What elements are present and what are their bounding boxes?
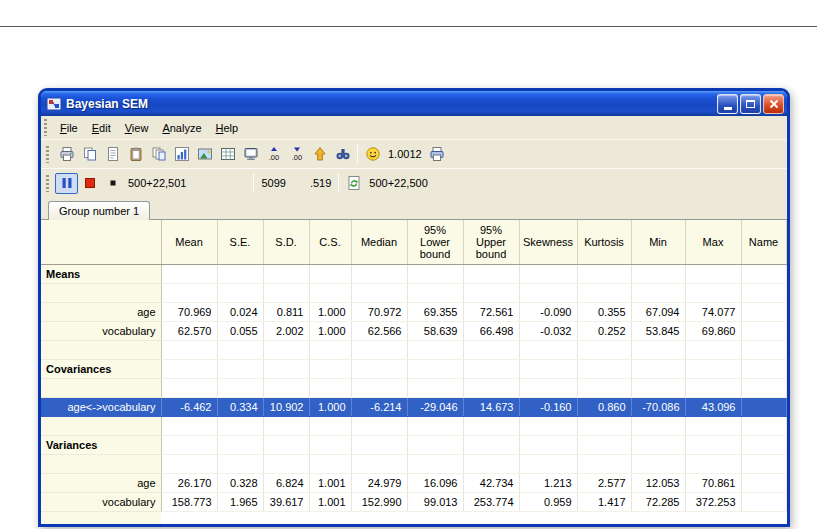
cell: 0.024 [217,302,263,321]
cell [407,416,463,435]
cell [631,340,685,359]
cell: 69.860 [685,321,741,340]
cell [161,454,217,473]
page-divider [0,26,817,27]
burnin-plus-target-label: 500+22,500 [365,177,431,189]
cell: 14.673 [463,397,519,416]
row-age[interactable]: age70.9690.0240.8111.00070.97269.35572.5… [41,302,786,321]
svg-text:.00: .00 [291,153,301,162]
cell [351,359,407,378]
menu-file[interactable]: File [53,119,85,137]
cell [309,454,351,473]
main-toolbar: .00.001.0012 [41,139,787,168]
cell [519,454,577,473]
cell [631,454,685,473]
menu-help[interactable]: Help [209,119,246,137]
cell: 0.328 [217,473,263,492]
grid-icon[interactable] [216,144,239,165]
cell: 62.570 [161,321,217,340]
convergence-statistic-value: 1.0012 [384,148,426,160]
binoculars-icon[interactable] [331,144,354,165]
cell [161,283,217,302]
name-cell [741,283,786,302]
cell [463,340,519,359]
step-button[interactable] [101,173,124,194]
title-bar[interactable]: Bayesian SEM [41,91,787,116]
monitor-icon[interactable] [239,144,262,165]
duplicate-icon[interactable] [147,144,170,165]
menu-analyze[interactable]: Analyze [155,119,208,137]
decimal-down-icon[interactable]: .00 [285,144,308,165]
row-vocabulary[interactable]: vocabulary158.7731.96539.6171.001152.990… [41,492,786,511]
close-button[interactable] [763,94,784,114]
cell: -0.032 [519,321,577,340]
cell [309,264,351,283]
clipboard-icon[interactable] [124,144,147,165]
cell [351,340,407,359]
name-cell [741,492,786,511]
cell [577,264,631,283]
cell [631,435,685,454]
cell: 158.773 [161,492,217,511]
page-icon[interactable] [101,144,124,165]
smiley-icon[interactable] [361,144,384,165]
cell [407,435,463,454]
cell [685,340,741,359]
toolbar-separator [338,174,339,192]
print-icon[interactable] [55,144,78,165]
posterior-print-icon[interactable] [426,144,449,165]
distinct-samples-label: 5099 [257,177,289,189]
minimize-button[interactable] [717,94,738,114]
blank-row [41,283,786,302]
cell: 372.253 [685,492,741,511]
row-age-vocabulary[interactable]: age<->vocabulary-6.4620.33410.9021.000-6… [41,397,786,416]
cell [161,359,217,378]
refresh-icon[interactable] [342,173,365,194]
toolbar-separator [357,145,358,163]
menu-view[interactable]: View [118,119,156,137]
toolbar-grip [46,175,49,192]
col-mean: Mean [161,220,217,264]
cell [519,264,577,283]
cell [407,283,463,302]
menu-edit[interactable]: Edit [85,119,118,137]
image-icon[interactable] [193,144,216,165]
cell [519,283,577,302]
row-vocabulary[interactable]: vocabulary62.5700.0552.0021.00062.56658.… [41,321,786,340]
row-label [41,378,161,397]
cell: 72.285 [631,492,685,511]
cell [463,454,519,473]
pause-button[interactable] [55,173,78,194]
toolbar-grip [46,146,49,163]
stop-button[interactable] [78,173,101,194]
cell [161,416,217,435]
row-label [41,416,161,435]
window-title: Bayesian SEM [66,97,711,111]
cell: 10.902 [263,397,309,416]
cell: 0.252 [577,321,631,340]
cell: 39.617 [263,492,309,511]
maximize-button[interactable] [740,94,761,114]
cell [577,359,631,378]
col-c-s-: C.S. [309,220,351,264]
cell: 69.355 [407,302,463,321]
cell: 12.053 [631,473,685,492]
decimal-up-icon[interactable]: .00 [262,144,285,165]
cell [263,416,309,435]
cell [161,264,217,283]
name-cell [741,397,786,416]
tab-group-number-1[interactable]: Group number 1 [48,201,150,220]
menu-bar: FileEditViewAnalyzeHelp [41,116,787,139]
arrow-up-icon[interactable] [308,144,331,165]
cell [351,416,407,435]
cell: 43.096 [685,397,741,416]
cell [407,340,463,359]
histogram-icon[interactable] [170,144,193,165]
cell [407,359,463,378]
row-age[interactable]: age26.1700.3286.8241.00124.97916.09642.7… [41,473,786,492]
copy-icon[interactable] [78,144,101,165]
name-cell [741,302,786,321]
cell [309,283,351,302]
cell: 1.001 [309,492,351,511]
cell [309,378,351,397]
